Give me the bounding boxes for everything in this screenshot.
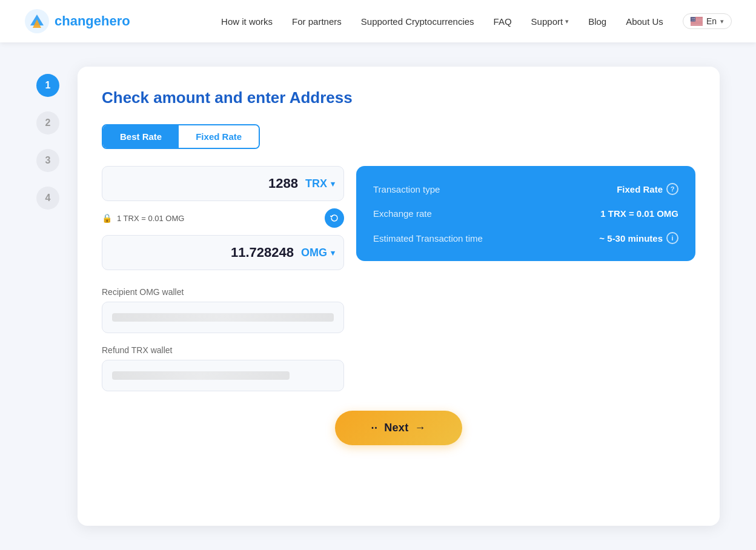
est-time-value: ~ 5-30 minutes i: [599, 232, 678, 244]
exchange-area: 1288 TRX ▾ 🔒 1 TRX = 0.01 OMG: [102, 166, 695, 270]
to-currency-chevron-icon: ▾: [331, 248, 335, 257]
nav-support[interactable]: Support ▾: [531, 16, 569, 27]
page-title: Check amount and enter Address: [102, 88, 695, 107]
svg-point-24: [694, 20, 695, 21]
svg-point-28: [694, 21, 695, 21]
best-rate-button[interactable]: Best Rate: [103, 125, 179, 148]
exchange-rate-label: Exchange rate: [373, 208, 432, 219]
svg-point-23: [693, 20, 694, 21]
arrow-right-icon: →: [414, 422, 425, 434]
svg-point-16: [693, 18, 694, 19]
refund-wallet-placeholder: [112, 371, 290, 380]
next-button-wrapper: •• Next →: [102, 411, 695, 445]
svg-rect-9: [691, 24, 703, 25]
svg-point-15: [692, 18, 692, 19]
from-currency-label: TRX: [305, 177, 327, 190]
refresh-button[interactable]: [325, 208, 344, 228]
svg-point-19: [692, 19, 693, 19]
svg-point-21: [694, 19, 695, 19]
svg-rect-8: [691, 23, 703, 24]
recipient-wallet-input[interactable]: [102, 302, 344, 333]
logo[interactable]: changehero: [24, 8, 130, 34]
nav-how-it-works[interactable]: How it works: [221, 16, 273, 27]
nav-about-us[interactable]: About Us: [626, 16, 663, 27]
svg-point-14: [694, 18, 695, 18]
svg-point-18: [691, 19, 692, 19]
from-currency-chevron-icon: ▾: [331, 179, 335, 188]
nav-faq[interactable]: FAQ: [494, 16, 512, 27]
rate-info-bar: 🔒 1 TRX = 0.01 OMG: [102, 207, 344, 229]
svg-point-22: [692, 20, 692, 21]
next-button[interactable]: •• Next →: [335, 411, 462, 445]
lock-icon: 🔒: [102, 213, 112, 223]
step-1: 1: [36, 74, 59, 97]
transaction-type-value: Fixed Rate ?: [617, 183, 678, 195]
refund-wallet-input[interactable]: [102, 360, 344, 391]
to-currency-select[interactable]: OMG ▾: [301, 247, 335, 259]
next-button-label: Next: [384, 422, 408, 434]
step-4: 4: [36, 187, 59, 210]
svg-rect-7: [691, 22, 703, 22]
recipient-wallet-placeholder: [112, 313, 334, 322]
recipient-wallet-section: Recipient OMG wallet: [102, 287, 695, 333]
nav-supported-crypto[interactable]: Supported Cryptocurrencies: [361, 16, 474, 27]
svg-point-11: [691, 18, 692, 18]
main-card: Check amount and enter Address Best Rate…: [78, 67, 720, 526]
fixed-rate-button[interactable]: Fixed Rate: [179, 125, 259, 148]
support-chevron-icon: ▾: [565, 18, 569, 25]
refund-wallet-label: Refund TRX wallet: [102, 345, 695, 355]
transaction-type-help-icon[interactable]: ?: [666, 183, 678, 195]
refund-wallet-section: Refund TRX wallet: [102, 345, 695, 391]
est-time-row: Estimated Transaction time ~ 5-30 minute…: [373, 232, 678, 244]
lang-label: En: [706, 16, 717, 26]
step-2: 2: [36, 111, 59, 134]
svg-point-13: [694, 18, 694, 18]
logo-icon: [24, 8, 50, 34]
lang-chevron-icon: ▾: [720, 18, 724, 25]
transaction-type-row: Transaction type Fixed Rate ?: [373, 183, 678, 195]
steps-sidebar: 1 2 3 4: [36, 67, 59, 526]
exchange-rate-text: 1 TRX = 0.01 OMG: [117, 214, 184, 223]
from-input-box: 1288 TRX ▾: [102, 166, 344, 201]
recipient-wallet-label: Recipient OMG wallet: [102, 287, 695, 297]
logo-text: changehero: [55, 13, 130, 29]
svg-point-25: [691, 21, 692, 21]
to-amount: 11.728248: [111, 245, 301, 260]
refresh-icon: [330, 214, 339, 222]
est-time-info-icon[interactable]: i: [666, 232, 678, 244]
transaction-type-label: Transaction type: [373, 184, 440, 194]
exchange-rate-value: 1 TRX = 0.01 OMG: [600, 208, 678, 219]
nav-blog[interactable]: Blog: [588, 16, 606, 27]
dots-icon: ••: [371, 425, 378, 431]
svg-point-27: [694, 21, 694, 21]
svg-point-20: [694, 19, 694, 19]
flag-icon: [691, 17, 703, 25]
to-input-box: 11.728248 OMG ▾: [102, 235, 344, 270]
transaction-info-card: Transaction type Fixed Rate ? Exchange r…: [356, 166, 695, 261]
est-time-label: Estimated Transaction time: [373, 233, 483, 244]
rate-toggle: Best Rate Fixed Rate: [102, 124, 260, 149]
svg-point-12: [692, 18, 693, 18]
from-amount: 1288: [111, 176, 305, 191]
language-selector[interactable]: En ▾: [683, 13, 732, 29]
exchange-inputs: 1288 TRX ▾ 🔒 1 TRX = 0.01 OMG: [102, 166, 344, 270]
exchange-rate-row: Exchange rate 1 TRX = 0.01 OMG: [373, 208, 678, 219]
svg-point-26: [692, 21, 693, 21]
step-3: 3: [36, 149, 59, 172]
main-nav: How it works For partners Supported Cryp…: [221, 13, 732, 29]
svg-point-17: [694, 18, 695, 19]
nav-for-partners[interactable]: For partners: [292, 16, 342, 27]
to-currency-label: OMG: [301, 247, 327, 259]
from-currency-select[interactable]: TRX ▾: [305, 177, 335, 190]
